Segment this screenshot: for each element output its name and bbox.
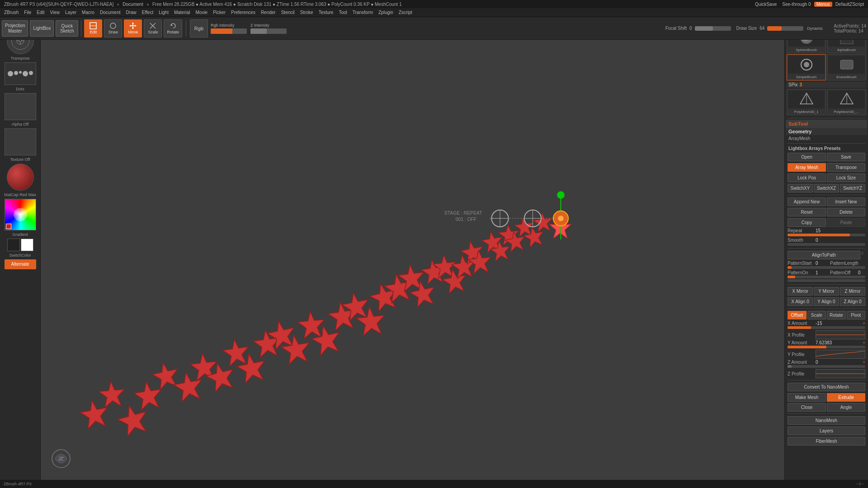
- menu-transform[interactable]: Transform: [350, 10, 375, 15]
- eraser-brush-item[interactable]: EraserBrush: [827, 54, 866, 80]
- z-intensity-slider[interactable]: [250, 28, 287, 34]
- menu-zplugin[interactable]: Zplugin: [376, 10, 396, 15]
- fibermesh-btn[interactable]: FiberMesh: [788, 437, 865, 446]
- repeat-slider-container[interactable]: [786, 234, 867, 237]
- z-mirror-btn[interactable]: Z Mirror: [840, 287, 865, 296]
- menu-effect[interactable]: Effect: [140, 10, 156, 15]
- y-profile-graph[interactable]: [816, 350, 865, 359]
- simple-brush-item[interactable]: SimpleBrush: [787, 54, 826, 80]
- transpose-sub-btn[interactable]: Transpose: [827, 163, 865, 172]
- quick-sketch-btn[interactable]: Quick Sketch: [56, 20, 78, 37]
- lock-pos-btn[interactable]: Lock Pos: [788, 174, 826, 182]
- edit-btn[interactable]: Edit: [84, 19, 102, 38]
- x-mirror-btn[interactable]: X Mirror: [788, 287, 813, 296]
- nanomesh-btn[interactable]: NanoMesh: [788, 416, 865, 425]
- menu-draw[interactable]: Draw: [123, 10, 138, 15]
- quick-save-btn[interactable]: QuickSave: [753, 2, 779, 7]
- default-script-btn[interactable]: DefaultZScript: [833, 2, 866, 7]
- scale-btn[interactable]: Scale: [144, 19, 162, 38]
- menu-edit[interactable]: Edit: [34, 10, 47, 15]
- menu-texture[interactable]: Texture: [316, 10, 336, 15]
- color-picker[interactable]: [5, 199, 36, 230]
- y-mirror-btn[interactable]: Y Mirror: [814, 287, 839, 296]
- rgb-btn[interactable]: Rgb: [190, 19, 208, 38]
- y-amount-add[interactable]: +: [863, 340, 865, 345]
- foreground-color[interactable]: [7, 239, 20, 251]
- poly-mesh-3d-2-item[interactable]: PolyMesh3D_...: [827, 89, 866, 115]
- pattern-start-slider[interactable]: [786, 266, 867, 270]
- projection-master-btn[interactable]: Projection Master: [2, 20, 28, 37]
- rotate-offset-btn[interactable]: Rotate: [827, 311, 846, 319]
- append-new-btn[interactable]: Append New: [788, 197, 826, 206]
- scale-offset-btn[interactable]: Scale: [807, 311, 826, 319]
- menu-document[interactable]: Document: [120, 2, 146, 7]
- canvas-area[interactable]: STAGE : REPEAT 001 : OFF: [41, 24, 784, 480]
- switch-yz-btn[interactable]: SwitchYZ: [840, 184, 865, 192]
- copy-btn[interactable]: Copy: [788, 218, 826, 227]
- save-btn[interactable]: Save: [827, 153, 865, 161]
- geometry-header[interactable]: Geometry: [786, 128, 867, 135]
- texture-selector[interactable]: [5, 128, 36, 155]
- align-to-path-btn[interactable]: AlignToPath: [788, 251, 860, 259]
- switch-xz-btn[interactable]: SwitchXZ: [814, 184, 839, 192]
- material-selector[interactable]: [7, 164, 34, 191]
- see-through-btn[interactable]: See-through 0: [780, 2, 813, 7]
- draw-size-slider[interactable]: [767, 26, 803, 31]
- draw-btn[interactable]: Draw: [104, 19, 122, 38]
- reset-btn[interactable]: Reset: [788, 208, 826, 216]
- x-amount-add[interactable]: +: [863, 321, 865, 326]
- menu-file[interactable]: File: [22, 10, 33, 15]
- pivot-btn[interactable]: Pivot: [847, 311, 866, 319]
- switch-xy-btn[interactable]: SwitchXY: [788, 184, 813, 192]
- subtool-header[interactable]: SubTool: [786, 120, 867, 128]
- menu-view[interactable]: View: [48, 10, 62, 15]
- y-align-btn[interactable]: Y Align 0: [814, 297, 839, 306]
- alpha-selector[interactable]: [5, 93, 36, 120]
- extrude-btn[interactable]: Extrude: [827, 393, 865, 402]
- menu-movie[interactable]: Movie: [193, 10, 210, 15]
- move-btn[interactable]: Move: [124, 19, 142, 38]
- menu-zscript[interactable]: Zscript: [396, 10, 415, 15]
- menu-layer[interactable]: Layer: [63, 10, 79, 15]
- menu-document[interactable]: Document: [98, 10, 123, 15]
- convert-nanomesh-btn[interactable]: Convert To NanoMesh: [788, 383, 865, 391]
- menu-picker[interactable]: Picker: [211, 10, 228, 15]
- lock-size-btn[interactable]: Lock Size: [827, 174, 865, 182]
- insert-new-btn[interactable]: Insert New: [827, 197, 865, 206]
- menu-stroke[interactable]: Stroke: [298, 10, 316, 15]
- menu-macro[interactable]: Macro: [80, 10, 97, 15]
- paste-btn[interactable]: Paste: [827, 218, 865, 227]
- pattern-on-row: PatternOn 1 PatternOff 0: [786, 270, 867, 276]
- rotate-btn[interactable]: Rotate: [164, 19, 182, 38]
- open-btn[interactable]: Open: [788, 153, 826, 161]
- delete-btn[interactable]: Delete: [827, 208, 865, 216]
- alternate-btn[interactable]: Alternate: [5, 259, 36, 269]
- x-profile-graph[interactable]: [816, 330, 865, 339]
- menus-btn[interactable]: Menus: [814, 2, 832, 7]
- menu-tool[interactable]: Tool: [336, 10, 349, 15]
- z-amount-add[interactable]: +: [863, 360, 865, 365]
- focal-shift-slider[interactable]: [695, 26, 731, 31]
- smooth-slider-container[interactable]: [786, 243, 867, 247]
- poly-mesh-3d-1-item[interactable]: PolyMesh3D_1: [787, 89, 826, 115]
- z-align-btn[interactable]: Z Align 0: [840, 297, 865, 306]
- layers-btn[interactable]: Layers: [788, 427, 865, 435]
- make-mesh-btn[interactable]: Make Mesh: [788, 393, 826, 402]
- array-mesh-btn[interactable]: Array Mesh: [788, 163, 826, 172]
- background-color[interactable]: [21, 239, 33, 251]
- menu-stencil[interactable]: Stencil: [279, 10, 297, 15]
- angle-btn[interactable]: Angle: [827, 403, 865, 412]
- dots-preview[interactable]: [5, 62, 36, 85]
- menu-light[interactable]: Light: [156, 10, 171, 15]
- x-align-btn[interactable]: X Align 0: [788, 297, 813, 306]
- close-btn[interactable]: Close: [788, 403, 826, 412]
- rgb-intensity-slider[interactable]: [211, 28, 247, 34]
- z-profile-graph[interactable]: [816, 369, 865, 378]
- menu-render[interactable]: Render: [259, 10, 278, 15]
- offset-btn[interactable]: Offset: [788, 311, 807, 319]
- menu-material[interactable]: Material: [172, 10, 193, 15]
- menu-zbrush[interactable]: ZBrush: [2, 10, 21, 15]
- poly-mesh-icon: [798, 91, 815, 108]
- lightbox-btn[interactable]: LightBox: [30, 20, 54, 37]
- menu-preferences[interactable]: Preferences: [229, 10, 258, 15]
